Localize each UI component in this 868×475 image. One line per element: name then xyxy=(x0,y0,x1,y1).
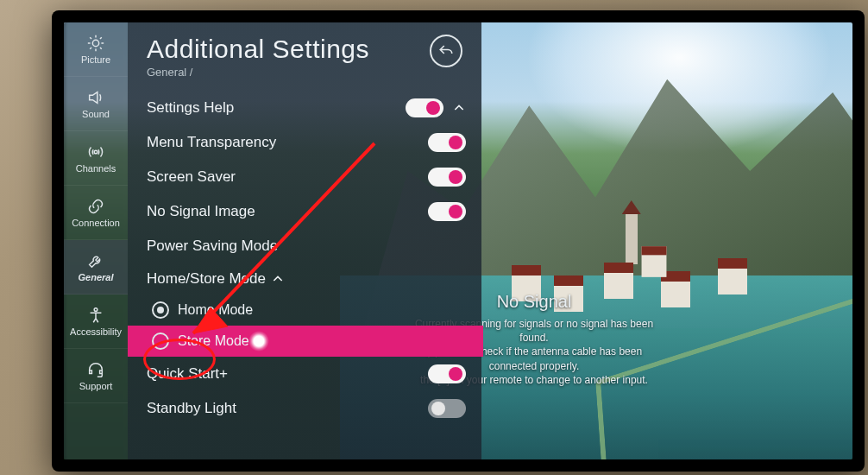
settings-sidebar: Picture Sound Channels Connection Genera… xyxy=(64,22,128,459)
sun-icon xyxy=(86,34,105,53)
row-label: Settings Help xyxy=(147,99,399,117)
row-standby-light[interactable]: Standby Light xyxy=(147,391,481,426)
toggle-quick-start[interactable] xyxy=(428,364,466,383)
sidebar-item-channels[interactable]: Channels xyxy=(64,131,128,186)
svg-marker-4 xyxy=(193,307,228,333)
sidebar-item-sound[interactable]: Sound xyxy=(64,77,128,131)
chevron-up-icon xyxy=(452,101,466,115)
toggle-screen-saver[interactable] xyxy=(428,168,466,187)
sidebar-item-support[interactable]: Support xyxy=(64,349,128,403)
row-label: Standby Light xyxy=(147,400,421,417)
sidebar-item-picture[interactable]: Picture xyxy=(64,22,128,77)
sidebar-label: Picture xyxy=(81,54,110,65)
sidebar-label: General xyxy=(79,272,114,282)
antenna-icon xyxy=(86,142,105,162)
back-icon xyxy=(438,43,454,59)
back-button[interactable] xyxy=(430,35,462,67)
speaker-icon xyxy=(86,88,105,107)
toggle-menu-transparency[interactable] xyxy=(428,133,466,152)
svg-point-2 xyxy=(94,308,97,312)
annotation-circle xyxy=(143,339,216,380)
sidebar-item-accessibility[interactable]: Accessibility xyxy=(64,294,128,349)
sidebar-label: Accessibility xyxy=(70,326,122,337)
sidebar-label: Channels xyxy=(76,163,116,174)
breadcrumb: General / xyxy=(147,66,481,79)
annotation-arrow xyxy=(159,135,383,359)
accessibility-icon xyxy=(86,306,105,325)
sidebar-item-connection[interactable]: Connection xyxy=(64,186,128,240)
svg-line-3 xyxy=(193,143,374,333)
toggle-settings-help[interactable] xyxy=(406,98,443,117)
sidebar-label: Sound xyxy=(82,109,110,119)
toggle-no-signal-image[interactable] xyxy=(428,202,466,221)
wrench-icon xyxy=(86,251,105,270)
sidebar-label: Connection xyxy=(72,218,120,228)
headset-icon xyxy=(86,360,105,379)
link-icon xyxy=(86,197,105,216)
toggle-standby-light[interactable] xyxy=(428,399,466,418)
row-settings-help[interactable]: Settings Help xyxy=(147,91,481,125)
svg-point-0 xyxy=(92,40,98,46)
svg-point-1 xyxy=(94,150,97,154)
sidebar-item-general[interactable]: General xyxy=(64,240,128,294)
sidebar-label: Support xyxy=(79,381,113,391)
